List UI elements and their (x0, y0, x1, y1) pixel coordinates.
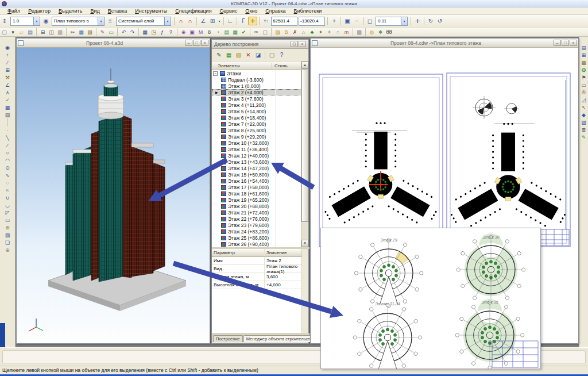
coord-x-input[interactable] (271, 17, 297, 26)
drawing-maximize-button[interactable]: □ (562, 40, 569, 46)
menu-item-6[interactable]: Спецификация (171, 7, 215, 15)
variables-button[interactable]: ▦ (141, 28, 149, 36)
tree-item[interactable]: Этаж 21 (+72,400) (212, 209, 301, 216)
curve-tool[interactable]: ∪ (3, 194, 12, 201)
tree-item[interactable]: ▶Этаж 2 (+4,000) (212, 89, 301, 95)
new-document-button[interactable]: ▢ (0, 28, 9, 36)
doc-copy-button[interactable]: ▦ (231, 28, 239, 36)
equidist-tool[interactable]: ≈ (3, 186, 12, 194)
tree-close-button[interactable]: × (299, 41, 306, 47)
tree-item[interactable]: Этаж 15 (+50,800) (212, 171, 301, 178)
fx-button[interactable]: ƒ (158, 28, 167, 36)
open-document-button[interactable]: ▱ (17, 28, 26, 36)
corner-icon[interactable]: Г (239, 17, 248, 25)
pan-icon[interactable]: ✛ (413, 17, 422, 25)
scroll-down-button[interactable]: ▼ (301, 240, 308, 247)
image-tool[interactable]: ▦ (3, 103, 12, 111)
zoom-in-icon[interactable]: + (330, 17, 339, 25)
ray-tool[interactable]: ⁄ (3, 141, 12, 149)
zoom-out-icon[interactable]: − (352, 17, 361, 25)
grid-snap-tool[interactable]: ▦ (579, 59, 588, 66)
tree-button[interactable]: ♣ (308, 28, 316, 36)
fit-scale-icon[interactable]: ⇕ (0, 17, 9, 25)
figure-button[interactable]: ✧ (325, 28, 334, 36)
tree-load-button[interactable]: ◪ (253, 51, 263, 60)
view-combo-arrow[interactable]: ▾ (98, 17, 104, 25)
ramp-tool[interactable]: ◿ (579, 96, 588, 103)
aux-line-tool[interactable]: ∕ (3, 59, 12, 66)
zoom-frame-icon[interactable]: ▣ (343, 17, 352, 25)
style-tool[interactable]: ✓ (3, 96, 12, 103)
new-drop-button[interactable]: ▾ (9, 28, 17, 36)
drawing-window-titlebar[interactable]: Проект 08-4.cdw ->План типового этажа – … (311, 39, 578, 48)
angle-tool[interactable]: ∠ (3, 81, 12, 89)
local-csys-icon[interactable]: ∟ (226, 17, 235, 25)
library-manager-button[interactable]: ◳ (149, 28, 158, 36)
upper-floors-sheet[interactable]: Этаж 29 Этаж 30 Этажи 31-34 Этаж 35 (320, 228, 541, 369)
convert-c-button[interactable]: ➿ (385, 28, 393, 36)
grid-icon[interactable]: ⊞ (208, 17, 217, 25)
zoom-all-icon[interactable]: ◻ (365, 17, 374, 25)
point-tool[interactable]: + (3, 51, 12, 59)
model-window-titlebar[interactable]: Проект 08-4.a3d – □ × (17, 39, 210, 48)
library-b-button[interactable]: B (282, 28, 291, 36)
scale-combo[interactable]: 0.11 ▾ (376, 17, 408, 26)
column-elements[interactable]: Элементы (212, 63, 272, 68)
tree-item[interactable]: Этаж 10 (+32,800) (212, 140, 301, 146)
model-minimize-button[interactable]: – (185, 40, 192, 46)
tree-item[interactable]: Этаж 23 (+79,600) (212, 222, 301, 228)
blank-doc-button[interactable]: ▢ (261, 28, 269, 36)
arc-tool[interactable]: ◠ (3, 156, 12, 164)
magnet-snap-icon[interactable]: ∩ (176, 17, 185, 25)
tree-item[interactable]: Этаж 3 (+7,600) (212, 95, 301, 102)
model-maximize-button[interactable]: □ (193, 40, 200, 46)
tab-1[interactable]: Менеджер объекта строительства (243, 335, 318, 342)
collect-tool[interactable]: ⊛ (3, 224, 12, 231)
assoc-view-tool[interactable]: ▤ (579, 44, 588, 51)
menu-item-10[interactable]: Библиотеки (290, 7, 326, 15)
grid-tool[interactable]: ⊞ (3, 66, 12, 74)
hatch-tool[interactable]: ▨ (3, 231, 12, 239)
route-tool[interactable]: ➴ (579, 103, 588, 111)
measure-button[interactable]: ▭ (107, 28, 115, 36)
std-views-tool[interactable]: ⊞ (579, 51, 588, 59)
macro-button[interactable]: ▣ (188, 28, 196, 36)
save-document-button[interactable]: ▤ (26, 28, 34, 36)
tree-item[interactable]: Этаж 13 (+43,600) (212, 159, 301, 165)
doc-tool[interactable]: ▤ (3, 111, 12, 118)
ellipse-tool[interactable]: ⊙ (3, 164, 12, 171)
convert-a-button[interactable]: ◍ (368, 28, 376, 36)
tab-0[interactable]: Построение (213, 335, 243, 342)
spline-tool[interactable]: ∿ (3, 171, 12, 179)
building-button[interactable]: ⌂ (299, 28, 308, 36)
menu-item-9[interactable]: Справка (261, 7, 289, 15)
paste-button[interactable]: ▧ (86, 28, 94, 36)
extra-tool[interactable]: ⊕ (3, 246, 12, 254)
document-properties-button[interactable]: ▥ (56, 28, 64, 36)
tree-item[interactable]: Этаж 19 (+65,200) (212, 197, 301, 203)
polyline-tool[interactable]: ∧ (3, 89, 12, 96)
tree-item[interactable]: Этаж 14 (+47,200) (212, 165, 301, 171)
layers-icon[interactable]: ≡ (106, 17, 115, 25)
layer-combo-arrow[interactable]: ▾ (164, 17, 171, 25)
view-combo[interactable]: План типового э ▾ (52, 17, 105, 26)
tree-panel-titlebar[interactable]: Дерево построения ⊡ × (212, 40, 308, 49)
orientation-icon[interactable]: ◉ (41, 17, 51, 25)
tree-item[interactable]: Этаж 20 (+68,800) (212, 203, 301, 209)
tree-item[interactable]: Этаж 25 (+86,800) (212, 235, 301, 241)
marker-tool[interactable]: ❂ (579, 66, 588, 74)
contour-tool[interactable]: ◌ (3, 179, 12, 186)
mech-button[interactable]: M (196, 28, 205, 36)
geometry-tool[interactable]: ◉ (3, 44, 12, 51)
chamfer-tool[interactable]: ◸ (3, 209, 12, 216)
zoom-combo[interactable]: 1.0 ▾ (10, 17, 40, 26)
hammer-tool[interactable]: ⚒ (3, 74, 12, 81)
circle-tool[interactable]: ○ (3, 149, 12, 156)
context-help-button[interactable]: ? (167, 28, 175, 36)
tree-item[interactable]: Этаж 22 (+76,000) (212, 216, 301, 222)
print-preview-button[interactable]: ◫ (47, 28, 56, 36)
model-close-button[interactable]: × (201, 40, 208, 46)
menu-item-7[interactable]: Сервис (216, 7, 242, 15)
drawing-close-button[interactable]: × (570, 40, 577, 46)
tree-column-header[interactable]: Элементы Стиль (212, 62, 308, 70)
